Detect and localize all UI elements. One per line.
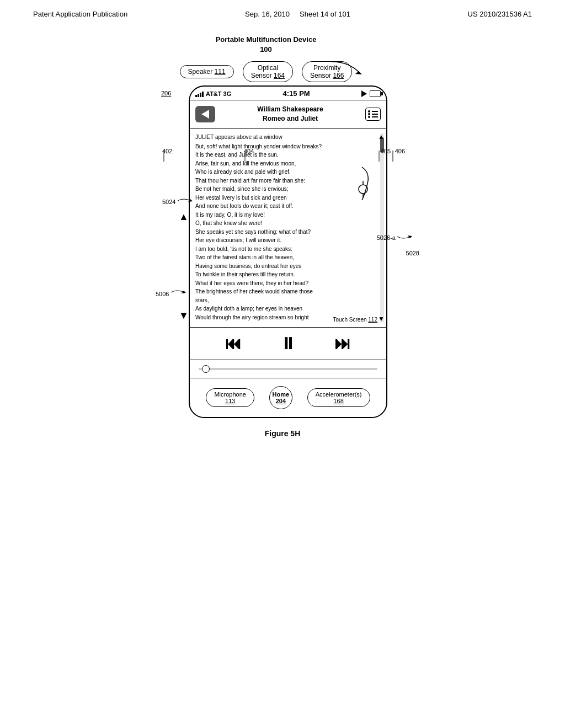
- header-right: US 2010/231536 A1: [468, 10, 532, 18]
- device-ref-label: 206: [161, 90, 171, 97]
- signal-bars: [195, 90, 204, 97]
- back-arrow-icon: [201, 110, 209, 119]
- ref-5026a-label: 5026-a: [377, 233, 414, 241]
- play-status-icon: [361, 90, 367, 97]
- skip-fwd-btn[interactable]: ⏭: [334, 335, 351, 352]
- ref-405-label: 405: [381, 148, 391, 154]
- annotation-bracket-svg: [351, 162, 379, 206]
- nav-bar: William Shakespeare Romeo and Juliet: [190, 100, 386, 129]
- figure-label: Figure 5H: [265, 429, 301, 438]
- status-right-icons: [361, 90, 381, 97]
- page-header: Patent Application Publication Sep. 16, …: [0, 0, 565, 24]
- skip-back-btn[interactable]: ⏮: [225, 335, 242, 352]
- svg-marker-9: [408, 235, 412, 238]
- ref-406-label: 406: [395, 148, 405, 154]
- svg-marker-0: [355, 71, 362, 74]
- ref-404-label: 404: [244, 148, 254, 154]
- content-area: ▲ ▼ JULIET appears above at a window But…: [190, 129, 386, 328]
- stage-direction: JULIET appears above at a window: [195, 134, 373, 140]
- touch-screen-label: Touch Screen 112: [333, 317, 377, 323]
- ref-5024-label: 5024: [162, 197, 194, 205]
- home-button[interactable]: Home204: [269, 386, 292, 409]
- accelerometer-button: Accelerometer(s)168: [307, 388, 370, 407]
- scroll-up-arrow[interactable]: ▲: [378, 133, 385, 141]
- microphone-button[interactable]: Microphone113: [206, 388, 254, 407]
- pause-btn[interactable]: ⏸: [280, 335, 296, 352]
- status-bar: AT&T 3G 4:15 PM: [190, 87, 386, 100]
- header-left: Patent Application Publication: [33, 10, 127, 18]
- device-title-arrow: [277, 59, 387, 76]
- status-time: 4:15 PM: [283, 89, 310, 98]
- back-button[interactable]: [195, 106, 215, 122]
- svg-marker-8: [188, 199, 193, 202]
- ref-5028-label: 5028: [406, 250, 419, 256]
- playback-bar: ⏮ ⏸ ⏭: [190, 328, 386, 360]
- carrier-label: AT&T 3G: [206, 90, 231, 97]
- list-icon[interactable]: [365, 108, 381, 121]
- diagram-area: Portable Multifunction Device 100 Speake…: [122, 35, 443, 418]
- scroll-track[interactable]: [380, 133, 384, 323]
- main-content: Portable Multifunction Device 100 Speake…: [0, 24, 565, 454]
- battery-icon: [370, 90, 381, 97]
- progress-track[interactable]: [199, 368, 377, 370]
- device-title: Portable Multifunction Device 100: [216, 35, 317, 55]
- header-center: Sep. 16, 2010 Sheet 14 of 101: [245, 10, 350, 18]
- scroll-arrows-left: ▲ ▼: [179, 211, 189, 322]
- ref-402-label: 402: [162, 148, 172, 154]
- device-frame: AT&T 3G 4:15 PM William Shakespeare: [189, 85, 387, 418]
- speaker-callout: Speaker 111: [180, 65, 234, 78]
- progress-bar-area: [190, 360, 386, 378]
- content-lines: But, soft! what light through yonder win…: [195, 142, 373, 322]
- nav-title: William Shakespeare Romeo and Juliet: [257, 105, 323, 124]
- progress-thumb[interactable]: [202, 365, 210, 373]
- scroll-down-arrow[interactable]: ▼: [378, 315, 385, 323]
- bottom-buttons: Microphone113 Home204 Accelerometer(s)16…: [190, 378, 386, 417]
